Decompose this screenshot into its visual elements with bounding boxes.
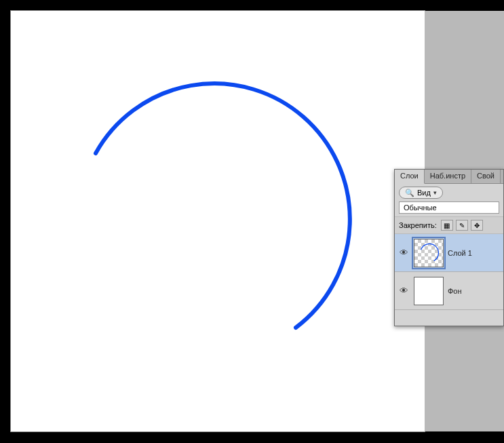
canvas-drawing [11, 11, 425, 431]
panel-tabs: Слои Наб.инстр Свой [395, 170, 503, 184]
filter-row: 🔍 Вид ▾ [395, 184, 503, 201]
filter-label: Вид [417, 189, 431, 197]
layer-thumbnail[interactable] [414, 239, 444, 267]
blend-mode-label: Обычные [404, 204, 437, 212]
checker-icon: ▦ [444, 222, 450, 229]
layer-thumbnail[interactable] [414, 277, 444, 305]
tab-properties[interactable]: Свой [471, 170, 501, 183]
lock-icons: ▦ ✎ ✥ [441, 220, 483, 231]
visibility-toggle[interactable]: 👁 [398, 286, 410, 296]
layer-name[interactable]: Фон [448, 287, 462, 295]
lock-pixels-button[interactable]: ✎ [456, 220, 468, 231]
tab-tool-presets[interactable]: Наб.инстр [425, 170, 471, 183]
layer-row[interactable]: 👁 Слой 1 [395, 234, 503, 272]
visibility-toggle[interactable]: 👁 [398, 248, 410, 258]
tab-layers[interactable]: Слои [395, 170, 425, 184]
layer-row[interactable]: 👁 Фон [395, 272, 503, 310]
chevron-updown-icon: ▾ [433, 189, 437, 196]
lock-transparency-button[interactable]: ▦ [441, 220, 453, 231]
move-icon: ✥ [474, 222, 480, 229]
layer-filter-select[interactable]: 🔍 Вид ▾ [399, 187, 443, 199]
lock-row: Закрепить: ▦ ✎ ✥ [395, 216, 503, 234]
lock-position-button[interactable]: ✥ [471, 220, 483, 231]
layer-name[interactable]: Слой 1 [448, 249, 472, 257]
search-icon: 🔍 [405, 189, 414, 197]
blend-mode-select[interactable]: Обычные [399, 201, 499, 214]
layers-list: 👁 Слой 1 👁 Фон [395, 234, 503, 326]
eye-icon: 👁 [400, 286, 408, 296]
brush-icon: ✎ [459, 222, 465, 229]
eye-icon: 👁 [400, 248, 408, 258]
lock-label: Закрепить: [399, 221, 437, 229]
canvas[interactable] [11, 11, 425, 431]
layers-panel: Слои Наб.инстр Свой 🔍 Вид ▾ Обычные Закр… [394, 169, 504, 326]
